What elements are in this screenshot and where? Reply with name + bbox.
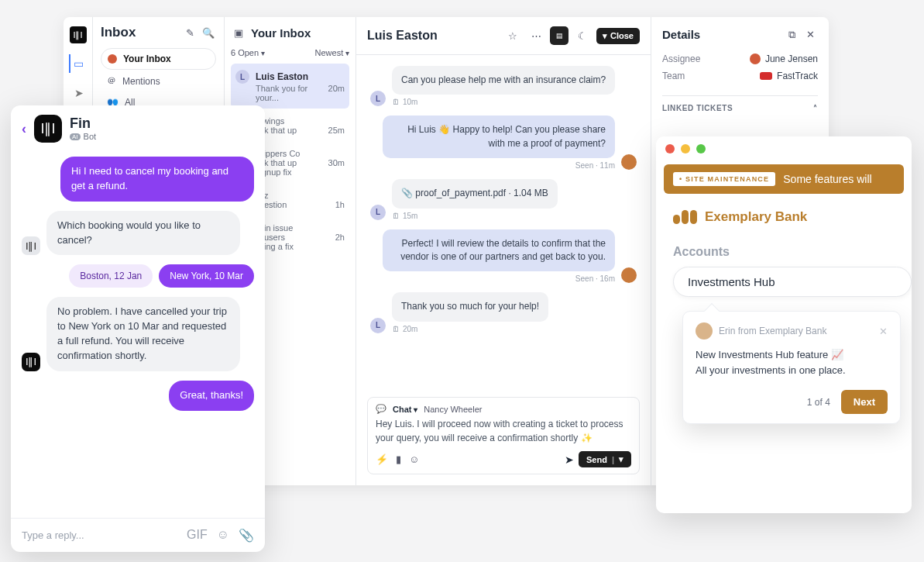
bolt-icon[interactable]: ⚡: [376, 453, 388, 465]
close-label: Close: [610, 31, 634, 40]
conversation-time: 25m: [328, 126, 345, 135]
intercom-logo-icon: I∥I: [70, 26, 87, 43]
chip-newyork[interactable]: New York, 10 Mar: [159, 264, 254, 288]
send-arrow-icon[interactable]: ➤: [565, 453, 574, 466]
bookmark-icon[interactable]: ▮: [396, 453, 401, 465]
message-bubble: Hi Luis 👋 Happy to help! Can you please …: [383, 116, 615, 158]
maximize-window-icon[interactable]: [696, 144, 706, 153]
composer-draft[interactable]: Hey Luis. I will proceed now with creati…: [376, 417, 631, 445]
avatar-icon: [621, 154, 637, 170]
brand-logo-icon: [673, 210, 697, 224]
linked-tickets-section[interactable]: LINKED TICKETS ˄: [662, 95, 818, 112]
search-icon[interactable]: 🔍: [201, 25, 216, 40]
compose-icon[interactable]: ✎: [182, 25, 198, 40]
nav-send-icon[interactable]: ➤: [69, 84, 88, 102]
assignee-value[interactable]: June Jensen: [765, 53, 818, 64]
fin-title: Fin: [70, 116, 96, 130]
chevron-up-icon: ˄: [813, 104, 818, 112]
close-x-icon: ▾: [603, 31, 607, 41]
fin-composer[interactable]: Type a reply... GIF ☺ 📎: [11, 518, 265, 552]
fin-chat-panel: ‹ I∥I Fin AIBot Hi I need to cancel my b…: [11, 105, 265, 552]
avatar-icon: L: [370, 205, 386, 220]
banner-pill: SITE MAINTENANCE: [685, 175, 769, 183]
bot-avatar-icon: I∥I: [22, 353, 40, 371]
bot-avatar-icon: I∥I: [22, 236, 40, 255]
avatar-dot-icon: [108, 54, 117, 64]
details-title: Details: [662, 28, 700, 41]
open-filter[interactable]: 6 Open: [231, 48, 265, 57]
section-label: LINKED TICKETS: [662, 104, 733, 112]
chat-header: Luis Easton ☆ ⋯ ▤ ☾ ▾ Close: [356, 17, 651, 55]
nav-inbox-icon[interactable]: ▭: [69, 54, 88, 73]
avatar-icon: [621, 267, 637, 283]
chip-boston[interactable]: Boston, 12 Jan: [69, 264, 153, 288]
avatar-icon: L: [235, 70, 249, 84]
avatar-icon: L: [370, 318, 386, 333]
investments-hub-pill[interactable]: Investments Hub: [673, 267, 912, 297]
tour-body: New Investments Hub feature 📈 All your i…: [696, 347, 888, 378]
chat-icon: 💬: [376, 404, 386, 414]
message-seen: Seen · 16m: [383, 274, 615, 283]
accounts-heading: Accounts: [656, 228, 912, 267]
message-seen: Seen · 11m: [383, 161, 615, 170]
star-icon[interactable]: ☆: [503, 26, 522, 45]
sort-filter[interactable]: Newest: [315, 48, 349, 57]
panel-icon[interactable]: ▣: [231, 25, 246, 40]
message-time: 15m: [403, 212, 417, 220]
message-bubble: Perfect! I will review the details to co…: [383, 229, 615, 272]
brand-row: Exemplary Bank: [656, 205, 912, 228]
folder-your-inbox[interactable]: Your Inbox: [101, 48, 216, 70]
chevron-down-icon[interactable]: ▾: [619, 454, 623, 464]
popout-icon[interactable]: ⧉: [784, 27, 799, 43]
snooze-icon[interactable]: ▤: [550, 26, 568, 45]
close-button[interactable]: ▾ Close: [596, 28, 640, 44]
minimize-window-icon[interactable]: [681, 144, 690, 153]
back-icon[interactable]: ‹: [22, 121, 26, 137]
banner-text: Some features will: [783, 173, 871, 185]
calendar-icon: 🗓: [392, 325, 400, 333]
gif-icon[interactable]: GIF: [187, 528, 208, 543]
emoji-icon[interactable]: ☺: [409, 453, 419, 465]
close-window-icon[interactable]: [665, 144, 675, 153]
more-icon[interactable]: ⋯: [527, 26, 545, 45]
composer-author: Nancy Wheeler: [424, 405, 482, 414]
emoji-icon[interactable]: ☺: [217, 528, 229, 543]
composer-placeholder: Type a reply...: [22, 529, 84, 541]
conversation-name: Luis Easton: [256, 71, 308, 82]
bot-message: Which booking would you like to cancel?: [46, 211, 240, 256]
fin-header: ‹ I∥I Fin AIBot: [11, 105, 265, 152]
team-value[interactable]: FastTrack: [777, 71, 818, 81]
message-time: 10m: [403, 98, 417, 106]
chat-body: L Can you please help me with an insuran…: [356, 55, 651, 397]
assignee-avatar-icon: [750, 53, 761, 64]
window-controls: [656, 136, 912, 161]
attachment-label: proof_of_payment.pdf · 1.04 MB: [415, 188, 548, 198]
send-label: Send: [586, 455, 607, 464]
moon-icon[interactable]: ☾: [573, 26, 592, 45]
conversation-time: 30m: [328, 158, 345, 177]
attachment-icon[interactable]: 📎: [239, 528, 254, 543]
message-bubble: Can you please help me with an insurance…: [392, 66, 615, 95]
mentions-icon: ＠: [107, 74, 116, 88]
conversation-item[interactable]: L Luis Easton Thank you for your... 20m: [231, 64, 349, 109]
tour-avatar-icon: [696, 322, 713, 340]
tour-close-icon[interactable]: ✕: [879, 326, 888, 337]
message-bubble: Thank you so much for your help!: [392, 292, 548, 321]
conversation-preview: Thank you for your...: [256, 84, 328, 102]
quick-reply-chips: Boston, 12 Jan New York, 10 Mar: [22, 264, 254, 288]
bank-panel: • SITE MAINTENANCE Some features will Ex…: [656, 136, 912, 513]
close-icon[interactable]: ✕: [802, 26, 818, 42]
fin-subtitle: Bot: [84, 132, 97, 141]
channel-selector[interactable]: Chat: [393, 405, 417, 414]
team-icon: [760, 72, 772, 80]
folder-mentions[interactable]: ＠ Mentions: [101, 70, 216, 92]
conversation-time: 20m: [328, 84, 345, 102]
message-time: 20m: [403, 325, 417, 333]
attachment-icon: 📎: [401, 188, 415, 198]
tour-from: Erin from Exemplary Bank: [719, 326, 826, 336]
tour-next-button[interactable]: Next: [841, 390, 888, 414]
send-button[interactable]: Send | ▾: [579, 451, 631, 467]
avatar-icon: L: [370, 91, 386, 106]
attachment-bubble[interactable]: 📎 proof_of_payment.pdf · 1.04 MB: [392, 179, 558, 208]
tour-step-count: 1 of 4: [807, 397, 830, 408]
